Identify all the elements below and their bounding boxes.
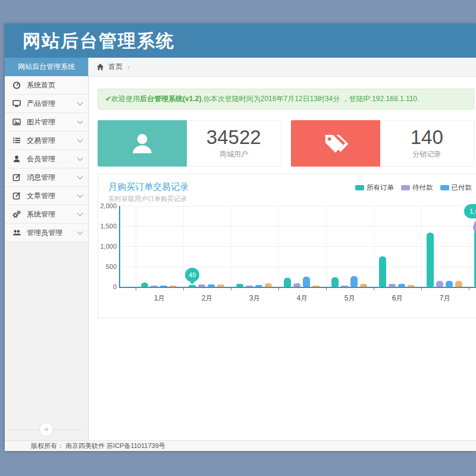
gridline (120, 226, 476, 227)
breadcrumb-home[interactable]: 首页 (108, 62, 123, 72)
sidebar-item-会员管理[interactable]: 会员管理 (5, 150, 88, 168)
bar-1月-待付款[interactable] (151, 286, 158, 287)
x-axis-label: 7月 (433, 293, 457, 303)
bar-5月-已付款[interactable] (350, 276, 358, 287)
bar-5月-所有订单[interactable] (331, 277, 339, 287)
y-axis-label: 0 (95, 283, 117, 290)
legend-item-所有订单[interactable]: 所有订单 (355, 183, 394, 192)
axis-tick (469, 288, 469, 290)
axis-tick (326, 288, 327, 290)
x-axis-label: 2月 (195, 293, 219, 303)
bar-1月-所有订单[interactable] (141, 283, 148, 287)
bar-6月-所有订单[interactable] (379, 256, 386, 287)
monitor-icon (12, 99, 21, 108)
axis-tick (421, 288, 422, 290)
legend-swatch (401, 185, 410, 190)
x-axis-label: 5月 (338, 293, 362, 303)
gridline-vertical (231, 206, 231, 287)
app-header: 网站后台管理系统 (5, 24, 476, 58)
sidebar-item-label: 系统首页 (27, 80, 55, 90)
bar-3月-待付款[interactable] (246, 286, 253, 287)
bar-4月-代发货[interactable] (312, 286, 320, 287)
chevron-down-icon (77, 210, 83, 216)
chart-tooltip: 49 (185, 268, 199, 282)
bar-3月-代发货[interactable] (265, 283, 272, 287)
axis-tick (183, 288, 184, 290)
sidebar-item-系统首页[interactable]: 系统首页 (5, 76, 88, 95)
main-area: 首页 › ✔欢迎使用后台管理系统(v1.2),你本次登陆时间为2016年7月12… (89, 58, 476, 440)
chart-legend: 所有订单待付款已付款代发货 (355, 183, 476, 192)
sidebar-item-label: 图片管理 (27, 117, 55, 127)
app-title: 网站后台管理系统 (5, 24, 476, 58)
bar-3月-所有订单[interactable] (236, 284, 243, 287)
sidebar-item-交易管理[interactable]: 交易管理 (5, 131, 88, 150)
chart-subtitle: 实时获取用户订单购买记录 (108, 195, 476, 203)
gridline-vertical (278, 206, 279, 287)
bar-7月-待付款[interactable] (436, 281, 443, 287)
gridline-vertical (326, 206, 327, 287)
bar-6月-待付款[interactable] (389, 284, 396, 287)
home-icon (96, 63, 104, 71)
content: ✔欢迎使用后台管理系统(v1.2),你本次登陆时间为2016年7月12日13时3… (89, 77, 476, 440)
sidebar-item-label: 文章管理 (27, 191, 55, 201)
legend-label: 待付款 (412, 183, 433, 192)
bar-5月-待付款[interactable] (341, 286, 348, 287)
gridline-vertical (136, 206, 136, 287)
sidebar-item-产品管理[interactable]: 产品管理 (5, 95, 88, 113)
bar-7月-所有订单[interactable] (427, 233, 434, 287)
axis-tick (374, 288, 374, 290)
axis-tick (136, 288, 136, 290)
bar-2月-已付款[interactable] (208, 284, 215, 287)
bar-4月-所有订单[interactable] (284, 278, 291, 287)
bar-7月-已付款[interactable] (446, 281, 453, 287)
bar-5月-代发货[interactable] (360, 284, 367, 287)
bar-6月-代发货[interactable] (408, 285, 415, 287)
y-axis-label: 1,500 (95, 223, 117, 230)
legend-item-待付款[interactable]: 待付款 (401, 183, 433, 192)
sidebar-item-图片管理[interactable]: 图片管理 (5, 113, 88, 131)
chevron-down-icon (77, 155, 83, 161)
breadcrumb: 首页 › (89, 58, 476, 77)
bar-6月-已付款[interactable] (398, 284, 405, 287)
sidebar-collapse-button[interactable]: « (39, 422, 54, 437)
stat-label: 分销记录 (412, 149, 441, 159)
legend-swatch (355, 185, 364, 190)
bar-3月-已付款[interactable] (255, 285, 262, 287)
sidebar-item-label: 产品管理 (27, 99, 55, 109)
sidebar-item-label: 消息管理 (27, 173, 55, 183)
bar-4月-待付款[interactable] (293, 283, 300, 287)
legend-item-已付款[interactable]: 已付款 (440, 183, 472, 192)
stat-value: 34522 (206, 127, 261, 148)
stat-label: 商城用户 (220, 149, 248, 159)
user-icon (98, 120, 187, 167)
gridline-vertical (421, 206, 422, 287)
stat-text: 34522商城用户 (187, 120, 281, 167)
sidebar-item-文章管理[interactable]: 文章管理 (5, 187, 88, 205)
bar-7月-代发货[interactable] (455, 281, 462, 287)
bar-2月-所有订单[interactable] (189, 285, 196, 287)
stat-card-商城用户: 34522商城用户 (98, 120, 281, 167)
user-icon (12, 155, 21, 163)
gridline (120, 206, 476, 206)
y-axis-label: 500 (95, 263, 117, 270)
sidebar-item-系统管理[interactable]: 系统管理 (5, 205, 88, 224)
check-icon: ✔ (105, 95, 111, 103)
chevron-down-icon (77, 192, 83, 198)
chevron-down-icon (77, 99, 83, 105)
legend-swatch (440, 185, 449, 190)
sidebar-item-消息管理[interactable]: 消息管理 (5, 168, 88, 187)
stat-text: 140分销记录 (380, 120, 475, 167)
welcome-alert: ✔欢迎使用后台管理系统(v1.2),你本次登陆时间为2016年7月12日13时3… (98, 89, 474, 109)
x-axis-label: 4月 (290, 293, 314, 303)
bar-1月-已付款[interactable] (160, 286, 167, 287)
legend-label: 已付款 (452, 183, 472, 192)
bar-2月-待付款[interactable] (198, 284, 205, 287)
chevron-down-icon (77, 173, 83, 179)
bar-1月-代发货[interactable] (170, 286, 177, 287)
sidebar-item-管理员管理[interactable]: 管理员管理 (5, 224, 88, 242)
bar-4月-已付款[interactable] (303, 277, 310, 287)
sidebar-item-label: 会员管理 (27, 154, 55, 164)
legend-label: 所有订单 (367, 183, 394, 192)
bar-2月-代发货[interactable] (217, 284, 224, 287)
x-axis-label: 3月 (243, 293, 267, 303)
